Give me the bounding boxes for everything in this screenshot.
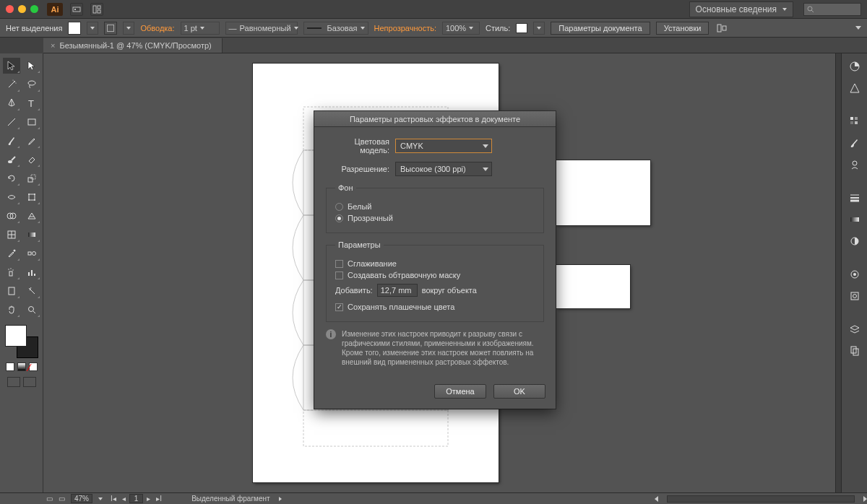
gpu-preview-icon[interactable]: ▭ (59, 495, 65, 503)
color-mode-solid[interactable] (6, 362, 14, 371)
color-mode-none[interactable]: ⁄ (29, 362, 38, 371)
color-model-select[interactable]: CMYK (395, 139, 492, 153)
fill-swatch[interactable] (68, 22, 81, 35)
add-around-field[interactable]: 12,7 mm (377, 284, 418, 297)
draw-mode-normal[interactable] (7, 377, 20, 387)
stroke-swatch[interactable] (104, 22, 117, 35)
gradient-tool[interactable] (23, 227, 40, 243)
preferences-button[interactable]: Установки (656, 22, 709, 35)
selection-tool[interactable] (3, 58, 20, 74)
graphic-styles-panel-icon[interactable] (846, 287, 863, 305)
dock-collapse-strip[interactable] (835, 53, 841, 492)
stroke-dropdown[interactable] (123, 22, 134, 35)
view-mode-icon[interactable]: ▭ (46, 495, 53, 503)
first-artboard-button[interactable]: I◂ (108, 495, 118, 503)
stroke-label[interactable]: Обводка: (140, 24, 174, 32)
width-tool[interactable] (3, 189, 20, 205)
color-guide-panel-icon[interactable] (846, 79, 863, 97)
prev-artboard-button[interactable]: ◂ (120, 495, 128, 503)
workspace-switcher[interactable]: Основные сведения (689, 1, 793, 17)
close-window-icon[interactable] (6, 5, 14, 13)
eyedropper-tool[interactable] (3, 246, 20, 261)
ok-button[interactable]: OK (493, 384, 545, 399)
brushes-panel-icon[interactable] (846, 134, 863, 152)
fill-stroke-color[interactable] (5, 325, 38, 358)
resolution-select[interactable]: Высокое (300 ppi) (395, 162, 492, 176)
artboard-number-field[interactable]: 1 (129, 494, 144, 503)
graphic-style-dropdown[interactable] (533, 22, 545, 35)
graphic-style-swatch[interactable] (516, 23, 527, 33)
rotate-tool[interactable] (3, 170, 20, 186)
zoom-window-icon[interactable] (30, 5, 38, 13)
document-tab[interactable]: × Безымянный-1 @ 47% (CMYK/Просмотр) (43, 38, 223, 53)
lasso-tool[interactable] (23, 77, 40, 92)
shape-builder-tool[interactable] (3, 208, 20, 224)
mesh-tool[interactable] (3, 227, 20, 243)
color-mode-gradient[interactable] (17, 362, 26, 371)
scale-tool[interactable] (23, 170, 40, 186)
artboard-tool[interactable] (3, 283, 20, 299)
control-bar-menu-icon[interactable] (855, 26, 861, 30)
stroke-profile-dropdown[interactable]: Базовая (303, 22, 368, 35)
symbol-sprayer-tool[interactable] (3, 264, 20, 280)
paintbrush-tool[interactable] (3, 133, 20, 149)
artboards-panel-icon[interactable] (846, 342, 863, 360)
hscroll-left[interactable] (655, 496, 658, 502)
symbols-panel-icon[interactable] (846, 156, 863, 173)
screen-mode[interactable] (23, 377, 36, 387)
fill-dropdown[interactable] (87, 22, 98, 35)
floating-rect-1[interactable] (556, 160, 650, 225)
free-transform-tool[interactable] (23, 189, 40, 205)
checkbox-antialias[interactable]: Сглаживание (335, 259, 535, 268)
magic-wand-tool[interactable] (3, 77, 20, 92)
checkbox-preserve-spot[interactable]: Сохранять плашечные цвета (335, 303, 535, 311)
pencil-tool[interactable] (23, 133, 40, 149)
line-segment-tool[interactable] (3, 114, 20, 130)
opacity-label[interactable]: Непрозрачность: (374, 24, 436, 32)
checkbox-clipmask[interactable]: Создавать обтравочную маску (335, 271, 535, 279)
eraser-tool[interactable] (23, 152, 40, 168)
radio-white[interactable]: Белый (335, 202, 535, 211)
column-graph-tool[interactable] (23, 264, 40, 280)
cancel-button[interactable]: Отмена (434, 384, 486, 399)
opacity-field[interactable]: 100% (442, 22, 480, 35)
transparency-panel-icon[interactable] (846, 233, 863, 250)
layers-panel-icon[interactable] (846, 321, 863, 338)
last-artboard-button[interactable]: ▸I (154, 495, 164, 503)
minimize-window-icon[interactable] (18, 5, 26, 13)
blend-tool[interactable] (23, 246, 40, 261)
arrange-documents-icon[interactable] (90, 3, 103, 16)
status-info: Выделенный фрагмент (191, 495, 269, 503)
window-controls[interactable] (6, 5, 38, 13)
document-setup-button[interactable]: Параметры документа (551, 22, 650, 35)
align-icon[interactable] (715, 24, 729, 32)
color-panel-icon[interactable] (846, 58, 863, 75)
radio-transparent[interactable]: Прозрачный (335, 214, 535, 222)
zoom-tool[interactable] (23, 302, 40, 318)
zoom-field[interactable]: 47% (71, 494, 92, 503)
bridge-icon[interactable] (70, 3, 83, 16)
chevron-right-icon[interactable] (279, 497, 282, 501)
perspective-grid-tool[interactable] (23, 208, 40, 224)
swatches-panel-icon[interactable] (846, 113, 863, 130)
slice-tool[interactable] (23, 283, 40, 299)
gradient-panel-icon[interactable] (846, 211, 863, 228)
hscroll-right[interactable] (863, 496, 867, 502)
fill-color-swatch[interactable] (5, 325, 27, 347)
direct-selection-tool[interactable] (23, 58, 40, 74)
next-artboard-button[interactable]: ▸ (144, 495, 152, 503)
hand-tool[interactable] (3, 302, 20, 318)
rectangle-tool[interactable] (23, 114, 40, 130)
hscrollbar[interactable] (667, 495, 855, 503)
type-tool[interactable]: T (23, 95, 40, 111)
appearance-panel-icon[interactable] (846, 266, 863, 283)
stroke-weight-field[interactable]: 1 pt (181, 22, 220, 35)
stroke-panel-icon[interactable] (846, 189, 863, 207)
blob-brush-tool[interactable] (3, 152, 20, 168)
pen-tool[interactable] (3, 95, 20, 111)
chevron-down-icon[interactable] (98, 498, 103, 500)
close-tab-icon[interactable]: × (51, 41, 55, 50)
floating-rect-2[interactable] (556, 265, 630, 308)
search-input[interactable] (803, 3, 861, 16)
stroke-dash-dropdown[interactable]: — Равномерный (225, 22, 298, 35)
